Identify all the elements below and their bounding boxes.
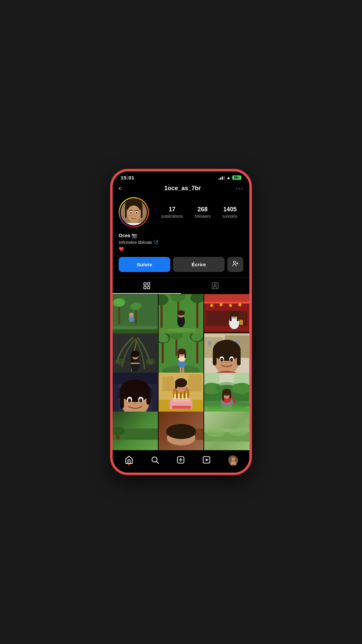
svg-rect-9 xyxy=(124,223,143,225)
svg-point-95 xyxy=(213,340,241,361)
svg-rect-15 xyxy=(144,286,146,289)
nav-profile[interactable] xyxy=(224,454,241,466)
svg-point-138 xyxy=(185,390,187,393)
svg-point-102 xyxy=(226,362,228,364)
svg-rect-139 xyxy=(172,406,191,409)
search-icon xyxy=(150,455,159,464)
nav-home[interactable] xyxy=(121,454,137,466)
grid-item-12[interactable] xyxy=(204,412,249,450)
following-count: 1405 xyxy=(223,206,237,213)
bio-name: Ocea 📷 xyxy=(119,233,243,238)
grid-item-7[interactable] xyxy=(113,373,158,418)
profile-avatar-nav xyxy=(228,455,237,465)
svg-point-46 xyxy=(229,304,232,307)
nav-add[interactable] xyxy=(172,454,189,466)
svg-point-4 xyxy=(127,206,141,222)
svg-point-165 xyxy=(229,429,247,436)
grid-item-5[interactable] xyxy=(159,333,204,379)
svg-rect-80 xyxy=(178,352,179,358)
avatar xyxy=(120,198,148,226)
stats-row: 17 publications 268 followers 1405 suivi… xyxy=(156,206,243,219)
svg-point-115 xyxy=(134,402,136,405)
content-tabs xyxy=(113,277,249,294)
back-button[interactable]: ‹ xyxy=(119,184,129,193)
svg-rect-118 xyxy=(152,373,158,418)
followers-label: followers xyxy=(195,214,210,219)
following-label: suivi(e)s xyxy=(223,214,238,219)
tagged-icon xyxy=(211,282,219,290)
svg-point-136 xyxy=(178,390,180,393)
svg-point-137 xyxy=(181,391,184,394)
svg-rect-28 xyxy=(113,326,158,329)
grid-item-8[interactable] xyxy=(159,373,204,418)
svg-point-101 xyxy=(230,358,233,362)
svg-point-44 xyxy=(210,304,213,307)
phone-screen: 15:01 ▲ 98+ ‹ 1oce_as_7br ··· xyxy=(113,171,249,473)
svg-rect-52 xyxy=(230,314,232,321)
svg-rect-92 xyxy=(236,339,240,343)
add-friend-button[interactable] xyxy=(227,257,243,272)
grid-icon xyxy=(143,282,151,290)
followers-count: 268 xyxy=(197,206,207,213)
stat-publications[interactable]: 17 publications xyxy=(162,206,183,219)
home-icon xyxy=(125,455,133,464)
svg-point-45 xyxy=(220,303,223,306)
svg-point-58 xyxy=(116,359,125,365)
svg-point-18 xyxy=(214,284,216,286)
svg-rect-54 xyxy=(240,320,243,325)
message-button[interactable]: Écrire xyxy=(173,257,225,272)
svg-point-40 xyxy=(166,328,196,332)
tab-tagged[interactable] xyxy=(181,278,249,294)
svg-rect-128 xyxy=(175,383,177,388)
svg-rect-122 xyxy=(162,376,174,391)
svg-point-155 xyxy=(231,406,246,409)
nav-search[interactable] xyxy=(146,454,163,466)
grid-item-6[interactable] xyxy=(204,333,249,379)
more-options-button[interactable]: ··· xyxy=(236,184,243,192)
grid-item-4[interactable] xyxy=(113,333,158,379)
nav-reels[interactable] xyxy=(198,454,215,466)
tab-grid[interactable] xyxy=(113,278,181,294)
svg-point-38 xyxy=(177,310,185,316)
grid-item-2[interactable] xyxy=(159,294,204,339)
follow-button[interactable]: Suivre xyxy=(119,257,170,272)
svg-point-164 xyxy=(206,429,225,437)
photo-grid xyxy=(113,294,249,450)
svg-rect-63 xyxy=(131,355,132,362)
grid-item-9[interactable] xyxy=(204,373,249,418)
profile-nav-dot xyxy=(232,464,234,466)
svg-rect-64 xyxy=(131,363,140,364)
wifi-icon: ▲ xyxy=(226,175,231,180)
bio-line2: ❤️ xyxy=(119,246,243,253)
svg-point-114 xyxy=(139,398,142,402)
grid-item-3[interactable] xyxy=(204,294,249,339)
svg-rect-110 xyxy=(146,391,150,405)
profile-header: ‹ 1oce_as_7br ··· xyxy=(113,182,249,196)
svg-point-161 xyxy=(166,424,196,439)
svg-rect-150 xyxy=(222,393,224,400)
svg-point-174 xyxy=(232,458,235,461)
svg-point-108 xyxy=(120,379,150,402)
stat-following[interactable]: 1405 suivi(e)s xyxy=(223,206,238,219)
svg-point-26 xyxy=(129,313,133,317)
grid-item-1[interactable] xyxy=(113,294,158,339)
grid-item-10[interactable] xyxy=(113,412,158,450)
username-title: 1oce_as_7br xyxy=(164,185,201,192)
phone-frame: 15:01 ▲ 98+ ‹ 1oce_as_7br ··· xyxy=(111,169,251,475)
status-bar: 15:01 ▲ 98+ xyxy=(113,171,249,182)
svg-rect-53 xyxy=(237,314,239,321)
bottom-navigation xyxy=(113,450,249,473)
svg-line-167 xyxy=(157,462,159,464)
svg-rect-123 xyxy=(188,374,201,391)
profile-info-row: 17 publications 268 followers 1405 suivi… xyxy=(113,196,249,232)
bio-line1: Infirmière libérale 🩺 xyxy=(119,239,243,246)
svg-rect-16 xyxy=(147,286,150,289)
grid-item-11[interactable] xyxy=(159,412,204,450)
svg-rect-151 xyxy=(230,393,232,398)
avatar-story-ring[interactable] xyxy=(119,197,149,227)
svg-rect-89 xyxy=(208,341,212,345)
publications-count: 17 xyxy=(169,206,175,213)
stat-followers[interactable]: 268 followers xyxy=(195,206,210,219)
svg-point-154 xyxy=(208,405,223,409)
svg-point-100 xyxy=(221,358,224,362)
